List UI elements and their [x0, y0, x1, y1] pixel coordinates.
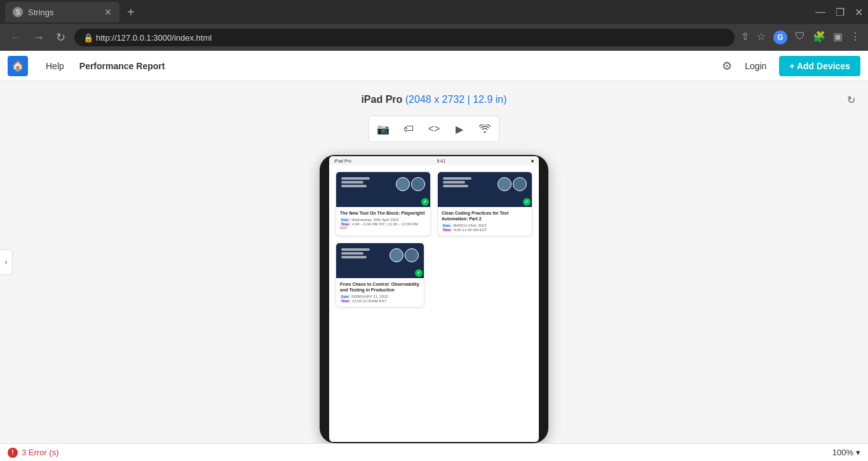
device-title: iPad Pro (2048 x 2732 | 12.9 in)	[361, 94, 506, 105]
event-card-3[interactable]: ✓ From Chaos to Control: Observability a…	[336, 243, 424, 307]
status-bar: ! 3 Error (s) 100% ▾	[0, 443, 868, 461]
refresh-corner-icon[interactable]: ↻	[847, 94, 855, 106]
card-title-text-2: Clean Coding Practices for Test Automati…	[442, 210, 528, 222]
wifi-tool[interactable]	[473, 119, 496, 139]
ipad-screen: iPad Pro 9:41 ■ ✓	[329, 156, 539, 442]
browser-tab[interactable]: S Strings ✕	[5, 2, 119, 22]
card-image-3: ✓	[336, 243, 424, 278]
card-avatar-2	[513, 177, 527, 191]
error-dot-icon: !	[8, 448, 18, 458]
settings-icon[interactable]: ⚙	[722, 59, 732, 73]
card-speaker-1	[396, 177, 410, 191]
device-info-text: (2048 x 2732 | 12.9 in)	[405, 94, 507, 105]
close-icon[interactable]: ✕	[855, 6, 863, 18]
new-tab-button[interactable]: +	[125, 5, 137, 20]
card-title-lines-3	[341, 248, 370, 258]
login-button[interactable]: Login	[740, 61, 771, 71]
app-nav: 🏠 Help Performance Report ⚙ Login + Add …	[0, 51, 868, 81]
browser-titlebar: S Strings ✕ + — ❐ ✕	[0, 0, 868, 24]
url-bar[interactable]: 🔒 http://127.0.0.1:3000/index.html	[74, 29, 735, 46]
nav-help[interactable]: Help	[38, 61, 72, 71]
card-speaker-2	[498, 177, 512, 191]
ipad-status-time: 9:41	[437, 159, 446, 163]
layout-icon[interactable]: ▣	[833, 30, 843, 44]
time-label-2: Time:	[442, 228, 452, 232]
date-label-2: Date:	[442, 224, 452, 227]
date-label-3: Date:	[340, 295, 351, 298]
zoom-indicator: 100% ▾	[832, 448, 860, 457]
card-body-3: From Chaos to Control: Observability and…	[336, 278, 424, 307]
ipad-status-bar: iPad Pro 9:41 ■	[329, 156, 539, 165]
home-icon[interactable]: 🏠	[8, 56, 28, 76]
card-title-lines-1	[341, 177, 370, 187]
main-content: › ↻ iPad Pro (2048 x 2732 | 12.9 in) 📷 🏷…	[0, 81, 868, 443]
card-time-3: Time: 12:00-11:00AM EST	[340, 299, 420, 303]
card-time-2: Time: 9:00-11:00 AM EST	[442, 228, 528, 232]
card-avatar-3	[405, 248, 419, 262]
back-button[interactable]: ←	[8, 30, 24, 46]
secure-icon: 🔒	[83, 33, 93, 43]
card-avatar-1	[411, 177, 425, 191]
error-badge[interactable]: ! 3 Error (s)	[8, 448, 59, 458]
tag-tool[interactable]: 🏷	[397, 119, 420, 139]
card-check-2: ✓	[523, 198, 531, 206]
minimize-icon[interactable]: —	[815, 6, 825, 18]
card-title-text-1: The New Tool On The Block: Playwright!	[340, 210, 426, 216]
video-tool[interactable]: ▶	[448, 119, 471, 139]
code-tool[interactable]: <>	[423, 119, 445, 139]
screenshot-tool[interactable]: 📷	[372, 119, 395, 139]
restore-icon[interactable]: ❐	[836, 6, 844, 18]
card-time-1: Time: 4:30 – 6:30 PM IST | 11:00 – 12:00…	[340, 222, 426, 230]
nav-performance-report[interactable]: Performance Report	[72, 61, 173, 71]
shield-icon[interactable]: 🛡	[795, 30, 805, 44]
event-card-2[interactable]: ✓ Clean Coding Practices for Test Automa…	[437, 171, 532, 236]
tab-close-button[interactable]: ✕	[104, 7, 112, 17]
add-devices-button[interactable]: + Add Devices	[779, 56, 860, 76]
time-label-1: Time:	[340, 222, 351, 226]
card-date-2: Date: MARCH 23rd, 2022	[442, 224, 528, 227]
device-toolbar: 📷 🏷 <> ▶	[369, 116, 499, 142]
card-check-1: ✓	[421, 198, 429, 206]
reload-button[interactable]: ↻	[53, 29, 68, 46]
date-label-1: Date:	[340, 218, 351, 222]
ipad-status-right: ■	[531, 159, 534, 163]
card-date-3: Date: FEBRUARY 21, 2022	[340, 295, 420, 298]
zoom-chevron-icon[interactable]: ▾	[856, 448, 860, 457]
window-controls: — ❐ ✕	[815, 6, 863, 18]
error-text: 3 Error (s)	[22, 448, 59, 457]
ipad-frame: iPad Pro 9:41 ■ ✓	[320, 155, 548, 443]
ipad-status-left: iPad Pro	[334, 159, 351, 163]
extensions-icon[interactable]: 🧩	[813, 30, 825, 44]
menu-icon[interactable]: ⋮	[850, 30, 860, 44]
ipad-content-area: ✓ The New Tool On The Block: Playwright!…	[329, 165, 539, 314]
card-image-2: ✓	[438, 172, 532, 207]
card-body-2: Clean Coding Practices for Test Automati…	[438, 207, 532, 236]
browser-toolbar: ← → ↻ 🔒 http://127.0.0.1:3000/index.html…	[0, 24, 868, 51]
zoom-text: 100%	[832, 448, 853, 457]
card-speaker-3	[390, 248, 403, 262]
tab-favicon: S	[13, 7, 23, 17]
forward-button[interactable]: →	[31, 30, 47, 46]
profile-icon[interactable]: G	[773, 30, 787, 44]
card-check-3: ✓	[415, 269, 423, 277]
card-title-lines-2	[443, 177, 471, 187]
card-date-1: Date: Wednesday, 20th April 2022	[340, 218, 426, 222]
event-card-1[interactable]: ✓ The New Tool On The Block: Playwright!…	[336, 171, 431, 236]
nav-right: ⚙ Login + Add Devices	[722, 56, 860, 76]
card-body-1: The New Tool On The Block: Playwright! D…	[336, 207, 430, 234]
sidebar-toggle[interactable]: ›	[0, 250, 13, 275]
url-text: http://127.0.0.1:3000/index.html	[96, 33, 212, 43]
tab-title: Strings	[28, 8, 53, 17]
time-label-3: Time:	[340, 299, 351, 303]
share-icon[interactable]: ⇧	[741, 30, 749, 44]
device-name-text: iPad Pro	[361, 94, 402, 105]
browser-toolbar-icons: ⇧ ☆ G 🛡 🧩 ▣ ⋮	[741, 30, 860, 44]
bookmark-icon[interactable]: ☆	[757, 30, 766, 44]
card-title-text-3: From Chaos to Control: Observability and…	[340, 281, 420, 293]
card-image-1: ✓	[336, 172, 430, 207]
